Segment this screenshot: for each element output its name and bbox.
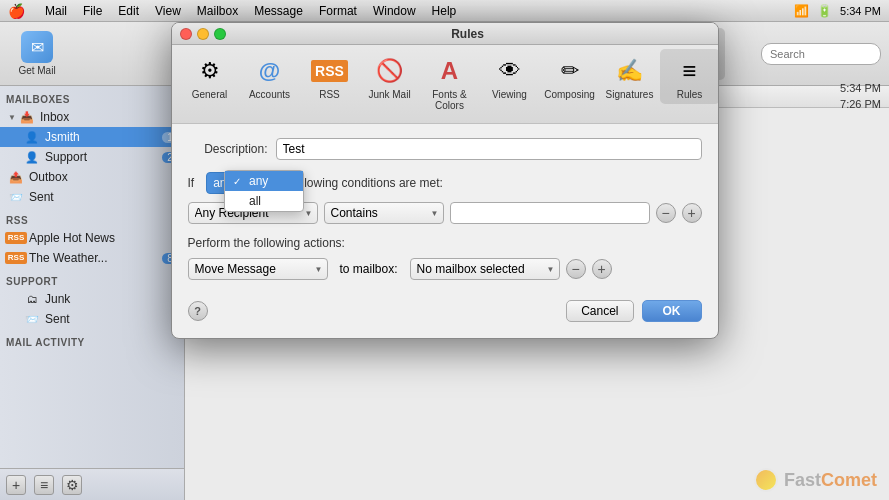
description-row: Description: [188, 138, 702, 160]
dtoolbar-accounts-icon: @ [252, 53, 288, 89]
check-icon: ✓ [233, 176, 245, 187]
remove-condition-button[interactable]: − [656, 203, 676, 223]
dtoolbar-rules[interactable]: ≡ Rules [660, 49, 719, 104]
dtoolbar-junk-label: Junk Mail [368, 89, 410, 100]
dropdown-all-label: all [249, 194, 261, 208]
dialog-body: Description: If any all of the following… [172, 124, 718, 338]
action-row: Move Message to mailbox: No mailbox sele… [188, 258, 702, 280]
action-type-select-wrapper[interactable]: Move Message [188, 258, 328, 280]
dtoolbar-fonts-icon: A [432, 53, 468, 89]
filter-value-input[interactable] [450, 202, 650, 224]
dialog-overlay: Rules ⚙ General @ Accounts RSS RSS 🚫 Jun… [0, 0, 889, 500]
if-label: If [188, 176, 195, 190]
dtoolbar-signatures[interactable]: ✍ Signatures [600, 49, 660, 104]
dtoolbar-junk-icon: 🚫 [372, 53, 408, 89]
dtoolbar-composing-icon: ✏ [552, 53, 588, 89]
dialog-titlebar: Rules [172, 23, 718, 45]
action-type-select[interactable]: Move Message [188, 258, 328, 280]
to-mailbox-label: to mailbox: [340, 262, 398, 276]
dtoolbar-fonts[interactable]: A Fonts & Colors [420, 49, 480, 115]
dtoolbar-accounts[interactable]: @ Accounts [240, 49, 300, 104]
dtoolbar-signatures-label: Signatures [606, 89, 654, 100]
minimize-button[interactable] [197, 28, 209, 40]
description-label: Description: [188, 142, 268, 156]
dtoolbar-composing-label: Composing [544, 89, 595, 100]
help-button[interactable]: ? [188, 301, 208, 321]
dtoolbar-viewing-icon: 👁 [492, 53, 528, 89]
description-input[interactable] [276, 138, 702, 160]
dtoolbar-rss[interactable]: RSS RSS [300, 49, 360, 104]
contains-select[interactable]: Contains Does Not Contain [324, 202, 444, 224]
dtoolbar-general-label: General [192, 89, 228, 100]
dtoolbar-general[interactable]: ⚙ General [180, 49, 240, 104]
dtoolbar-rss-icon: RSS [312, 53, 348, 89]
contains-select-wrapper[interactable]: Contains Does Not Contain [324, 202, 444, 224]
traffic-lights [180, 28, 226, 40]
cancel-button[interactable]: Cancel [566, 300, 633, 322]
any-all-popup: ✓ any all [224, 170, 304, 212]
dtoolbar-general-icon: ⚙ [192, 53, 228, 89]
maximize-button[interactable] [214, 28, 226, 40]
dtoolbar-junk[interactable]: 🚫 Junk Mail [360, 49, 420, 104]
dtoolbar-accounts-label: Accounts [249, 89, 290, 100]
rules-dialog: Rules ⚙ General @ Accounts RSS RSS 🚫 Jun… [171, 22, 719, 339]
dialog-buttons: Cancel OK [566, 300, 701, 322]
mailbox-select-wrapper[interactable]: No mailbox selected [410, 258, 560, 280]
add-action-button[interactable]: + [592, 259, 612, 279]
dtoolbar-viewing-label: Viewing [492, 89, 527, 100]
close-button[interactable] [180, 28, 192, 40]
dialog-title: Rules [226, 27, 710, 41]
dialog-footer: ? Cancel OK [188, 292, 702, 324]
dtoolbar-viewing[interactable]: 👁 Viewing [480, 49, 540, 104]
dropdown-any-label: any [249, 174, 268, 188]
dtoolbar-fonts-label: Fonts & Colors [428, 89, 472, 111]
ok-button[interactable]: OK [642, 300, 702, 322]
mailbox-select[interactable]: No mailbox selected [410, 258, 560, 280]
dtoolbar-rules-label: Rules [677, 89, 703, 100]
dtoolbar-signatures-icon: ✍ [612, 53, 648, 89]
add-condition-button[interactable]: + [682, 203, 702, 223]
dialog-toolbar: ⚙ General @ Accounts RSS RSS 🚫 Junk Mail… [172, 45, 718, 124]
dropdown-item-all[interactable]: all [225, 191, 303, 211]
remove-action-button[interactable]: − [566, 259, 586, 279]
dtoolbar-rss-label: RSS [319, 89, 340, 100]
dtoolbar-composing[interactable]: ✏ Composing [540, 49, 600, 104]
actions-label: Perform the following actions: [188, 236, 702, 250]
dtoolbar-rules-icon: ≡ [672, 53, 708, 89]
dropdown-item-any[interactable]: ✓ any [225, 171, 303, 191]
